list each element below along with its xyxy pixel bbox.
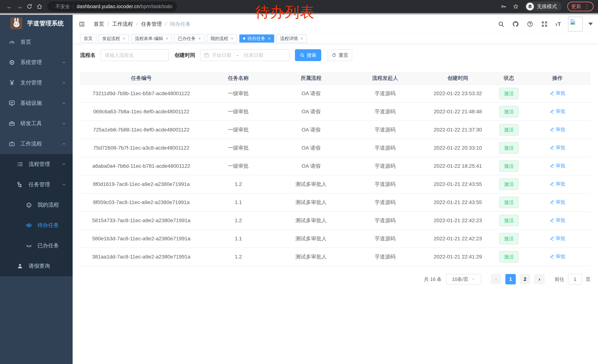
tab-待办任务[interactable]: 待办任务× [239, 34, 274, 43]
bookmark-star-icon[interactable] [512, 3, 519, 10]
my-process-icon [25, 201, 33, 209]
browser-back-icon[interactable]: ← [4, 1, 15, 11]
table-row: 58154733-7ac8-11ec-a9e2-a2380e71991a1.2测… [80, 211, 590, 230]
action-cell: 审批 [524, 121, 590, 139]
search-button[interactable]: 搜索 [295, 49, 321, 61]
breadcrumb-item[interactable]: 工作流程 [112, 21, 133, 28]
approve-button[interactable]: 审批 [549, 126, 565, 133]
status-badge: 激活 [499, 106, 519, 117]
create-time-cell: 2022-01-21 22:43:55 [422, 193, 493, 211]
app-logo-row[interactable]: 芋道管理系统 [0, 15, 73, 32]
approve-button[interactable]: 审批 [549, 108, 565, 115]
starter-cell: 芋道源码 [348, 175, 422, 193]
approve-label: 审批 [556, 90, 565, 97]
collapse-sidebar-icon[interactable] [78, 20, 86, 28]
tab-close-icon[interactable]: × [231, 36, 233, 41]
tab-close-icon[interactable]: × [166, 36, 168, 41]
avatar[interactable] [568, 17, 583, 32]
password-key-icon[interactable] [500, 3, 507, 10]
sidebar-item-研发工具[interactable]: 研发工具 [0, 113, 73, 134]
starter-cell: 芋道源码 [348, 139, 422, 157]
tab-close-icon[interactable]: × [123, 36, 125, 41]
process-cell: 测试多审批人 [274, 211, 348, 230]
browser-menu-icon[interactable]: ⋮ [584, 4, 590, 9]
process-name-input[interactable] [100, 49, 169, 61]
font-size-icon[interactable]: TT [555, 21, 561, 27]
tab-close-icon[interactable]: × [198, 36, 201, 41]
edit-pen-icon [549, 127, 554, 132]
address-bar[interactable]: 不安全 dashboard.yudao.iocoder.cn /bpm/task… [47, 1, 177, 11]
chevron-down-icon [61, 60, 66, 65]
sidebar-item-支付管理[interactable]: ¥支付管理 [0, 73, 73, 93]
browser-reload-icon[interactable] [25, 1, 34, 11]
yen-icon: ¥ [8, 79, 16, 87]
page-button-1[interactable]: 1 [505, 274, 516, 284]
tab-流程表单-编辑[interactable]: 流程表单-编辑× [131, 34, 172, 43]
tab-发起流程[interactable]: 发起流程× [99, 34, 129, 43]
breadcrumb-item: 待办任务 [170, 21, 191, 28]
tab-close-icon[interactable]: × [300, 36, 303, 41]
approve-button[interactable]: 审批 [549, 235, 565, 242]
infra-icon [8, 99, 16, 107]
sidebar-item-首页[interactable]: 首页 [0, 32, 73, 52]
next-page-button[interactable]: › [534, 274, 545, 284]
update-label: 更新 [571, 3, 581, 10]
sidebar-item-待办任务[interactable]: 待办任务 [0, 215, 73, 235]
status-badge: 激活 [499, 160, 519, 172]
tab-close-icon[interactable]: × [268, 36, 270, 41]
prev-page-button[interactable]: ‹ [491, 274, 501, 284]
tab-流程详情[interactable]: 流程详情× [276, 34, 307, 43]
approve-label: 审批 [556, 199, 565, 205]
sidebar-item-工作流程[interactable]: 工作流程 [0, 134, 73, 154]
search-icon[interactable] [498, 20, 505, 28]
approve-button[interactable]: 审批 [549, 90, 565, 97]
tab-首页[interactable]: 首页 [80, 34, 96, 43]
tools-icon [8, 120, 16, 127]
edit-pen-icon [549, 236, 554, 241]
sidebar-item-系统管理[interactable]: 系统管理 [0, 52, 73, 73]
fullscreen-icon[interactable] [541, 20, 548, 28]
task-name-cell: 一级审批 [202, 121, 274, 139]
action-cell: 审批 [524, 157, 590, 175]
sidebar-item-已办任务[interactable]: 已办任务 [0, 235, 73, 256]
approve-button[interactable]: 审批 [549, 181, 565, 187]
incognito-icon [526, 3, 534, 10]
sidebar-item-label: 系统管理 [20, 59, 42, 66]
create-time-range-picker[interactable]: 开始日期 - 结束日期 [200, 49, 289, 61]
page-size-select[interactable]: 10条/页 [446, 274, 481, 284]
browser-update-button[interactable]: 更新 ⋮ [567, 2, 594, 11]
table-row: 75d72608-7b7f-11ec-a3c8-acde48001122一级审批… [80, 139, 590, 157]
approve-button[interactable]: 审批 [549, 253, 565, 260]
calendar-icon [204, 52, 209, 58]
screen: ← → 不安全 dashboard.yudao.iocoder.cn /bpm/… [0, 0, 598, 364]
breadcrumb-item[interactable]: 任务管理 [141, 21, 162, 28]
tab-已办任务[interactable]: 已办任务× [174, 34, 205, 43]
avatar-dropdown-caret-icon[interactable] [588, 23, 593, 25]
approve-button[interactable]: 审批 [549, 145, 565, 151]
sidebar-item-任务管理[interactable]: 任务管理 [0, 174, 73, 195]
reset-button[interactable]: 重置 [328, 49, 352, 61]
approve-button[interactable]: 审批 [549, 162, 565, 169]
status-cell: 激活 [493, 211, 524, 230]
reset-refresh-icon [332, 53, 336, 57]
github-icon[interactable] [512, 20, 519, 28]
sidebar-item-我的流程[interactable]: 我的流程 [0, 195, 73, 215]
sidebar-item-流程管理[interactable]: 流程管理 [0, 154, 73, 174]
goto-page-input[interactable] [568, 274, 582, 284]
task-id-cell: 75d72608-7b7f-11ec-a3c8-acde48001122 [80, 139, 202, 157]
browser-home-icon[interactable] [34, 1, 44, 11]
breadcrumb-item[interactable]: 首页 [94, 21, 104, 28]
create-time-label: 创建时间 [174, 52, 195, 59]
help-icon[interactable] [526, 20, 534, 28]
sidebar-item-请假查询[interactable]: 请假查询 [0, 256, 73, 276]
sidebar-item-label: 基础设施 [20, 99, 42, 107]
status-badge: 激活 [499, 88, 519, 99]
approve-button[interactable]: 审批 [549, 199, 565, 205]
sidebar-item-基础设施[interactable]: 基础设施 [0, 93, 73, 113]
tab-我的流程[interactable]: 我的流程× [207, 34, 237, 43]
column-header-所属流程: 所属流程 [274, 72, 348, 84]
approve-button[interactable]: 审批 [549, 217, 565, 224]
page-button-2[interactable]: 2 [520, 274, 530, 284]
logo-image [10, 17, 22, 29]
browser-forward-icon[interactable]: → [15, 1, 25, 11]
